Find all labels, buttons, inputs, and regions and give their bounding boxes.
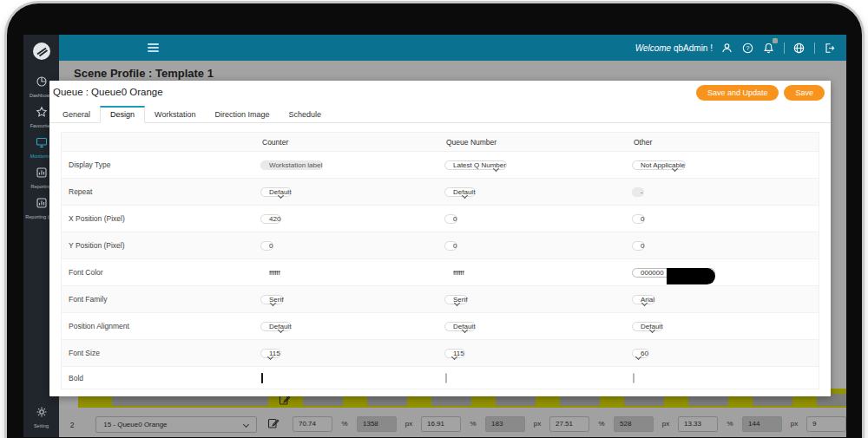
tab-direction-image[interactable]: Direction Image <box>205 106 279 122</box>
table-row-font-color: Font Color ffffff ffffff 000000 <box>62 258 819 285</box>
dashboard-pie-icon <box>36 75 48 90</box>
save-and-update-button[interactable]: Save and Update <box>696 85 779 101</box>
welcome-text: Welcome qbAdmin ! <box>635 43 713 53</box>
logout-icon[interactable] <box>824 42 836 54</box>
y-position-other-input[interactable]: 0 <box>632 241 645 251</box>
divider <box>784 42 785 54</box>
bar-chart-icon <box>36 167 48 181</box>
row-label: Bold <box>62 374 260 382</box>
save-button[interactable]: Save <box>784 85 825 101</box>
divider <box>814 42 815 54</box>
sidebar-item-label: Setting <box>23 423 59 428</box>
monitor-icon <box>36 136 48 151</box>
design-settings-table: Counter Queue Number Other Display Type … <box>61 132 819 389</box>
tab-workstation[interactable]: Workstation <box>145 106 205 122</box>
color-swatch[interactable] <box>667 268 715 278</box>
user-icon[interactable] <box>721 42 733 54</box>
repeat-counter-select[interactable]: Default <box>260 187 292 197</box>
bar-chart-icon <box>36 197 48 212</box>
font-size-counter-select[interactable]: 115 <box>260 349 281 358</box>
modal-title: Queue : Queue0 Orange <box>53 87 163 97</box>
notification-badge <box>773 38 778 43</box>
table-row-font-size: Font Size 115 115 60 <box>62 339 819 366</box>
top-navbar: Welcome qbAdmin ! ? <box>59 35 846 61</box>
svg-text:?: ? <box>746 45 750 51</box>
menu-hamburger-icon[interactable] <box>148 42 159 54</box>
table-row-position-alignment: Position Alignment Default Default Defau… <box>62 312 819 339</box>
repeat-queue-select[interactable]: Default <box>444 187 476 197</box>
column-header-other: Other <box>632 138 819 147</box>
display-type-counter-field: Workstation label <box>260 160 323 170</box>
tab-design[interactable]: Design <box>100 106 145 123</box>
row-label: Font Family <box>62 295 260 304</box>
position-alignment-counter-select[interactable]: Default <box>260 322 292 331</box>
bell-icon[interactable] <box>763 42 775 54</box>
table-row-font-family: Font Family Serif Serif Arial <box>62 285 819 312</box>
globe-icon[interactable] <box>793 42 806 54</box>
column-header-queue-number: Queue Number <box>444 138 632 147</box>
display-type-queue-select[interactable]: Latest Q Number <box>444 160 507 170</box>
x-position-queue-input[interactable]: 0 <box>444 214 457 224</box>
queue-modal: Queue : Queue0 Orange Save and Update Sa… <box>49 81 831 396</box>
font-color-other-input[interactable]: 000000 <box>632 268 715 278</box>
sidebar-item-settings[interactable]: Setting <box>23 402 59 432</box>
tab-general[interactable]: General <box>53 106 100 122</box>
y-position-queue-input[interactable]: 0 <box>444 241 457 251</box>
table-row-repeat: Repeat Default Default - <box>62 178 819 205</box>
bold-other-checkbox[interactable] <box>633 373 635 383</box>
modal-tabs: General Design Workstation Direction Ima… <box>49 106 831 123</box>
page-background: Dashboard Favourites Monitoring Reportin… <box>0 0 868 438</box>
row-label: X Position (Pixel) <box>62 214 260 223</box>
device-frame: Dashboard Favourites Monitoring Reportin… <box>7 3 862 438</box>
position-alignment-other-select[interactable]: Default <box>632 322 663 331</box>
font-family-queue-select[interactable]: Serif <box>444 295 468 304</box>
position-alignment-queue-select[interactable]: Default <box>444 322 476 331</box>
app-logo-icon <box>32 42 51 61</box>
column-header-counter: Counter <box>260 138 444 147</box>
table-row-display-type: Display Type Workstation label Latest Q … <box>62 151 819 178</box>
row-label: Y Position (Pixel) <box>62 241 260 250</box>
font-size-other-select[interactable]: 60 <box>632 349 649 358</box>
bold-counter-checkbox[interactable] <box>261 373 263 383</box>
x-position-other-input[interactable]: 0 <box>632 214 645 224</box>
row-label: Display Type <box>62 160 260 169</box>
font-color-counter-value: ffffff <box>260 269 280 277</box>
font-size-queue-select[interactable]: 115 <box>444 349 465 358</box>
font-family-counter-select[interactable]: Serif <box>260 295 284 304</box>
x-position-counter-input[interactable]: 420 <box>260 214 281 224</box>
star-icon <box>36 106 48 121</box>
tab-schedule[interactable]: Schedule <box>279 106 331 122</box>
row-label: Position Alignment <box>62 322 260 330</box>
row-label: Font Size <box>62 349 260 357</box>
repeat-other-field: - <box>632 187 644 197</box>
y-position-counter-input[interactable]: 0 <box>260 241 273 251</box>
font-color-queue-value: ffffff <box>444 269 464 277</box>
help-icon[interactable]: ? <box>742 42 754 54</box>
font-family-other-select[interactable]: Arial <box>632 295 655 304</box>
bold-queue-checkbox[interactable] <box>445 373 447 383</box>
table-row-x-position: X Position (Pixel) 420 0 0 <box>62 205 819 232</box>
table-header-row: Counter Queue Number Other <box>62 133 819 151</box>
display-type-other-select[interactable]: Not Applicable <box>632 160 686 170</box>
table-row-bold: Bold <box>62 366 819 389</box>
row-label: Font Color <box>62 268 260 277</box>
row-label: Repeat <box>62 187 260 196</box>
gear-icon <box>36 406 48 421</box>
app-screen: Dashboard Favourites Monitoring Reportin… <box>23 35 846 437</box>
table-row-y-position: Y Position (Pixel) 0 0 0 <box>62 232 819 258</box>
